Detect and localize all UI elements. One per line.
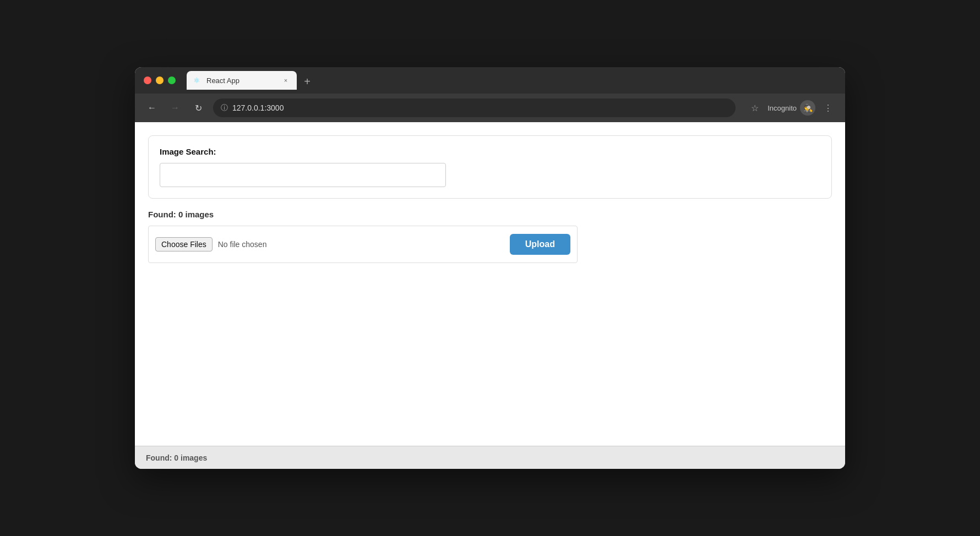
search-input[interactable] — [160, 163, 446, 187]
bookmark-button[interactable]: ☆ — [747, 100, 763, 116]
address-bar[interactable]: ⓘ 127.0.0.1:3000 — [213, 99, 736, 117]
status-text: Found: 0 images — [146, 453, 207, 462]
tab-close-button[interactable]: × — [281, 76, 290, 85]
status-bar: Found: 0 images — [135, 446, 845, 469]
upload-row: Choose Files No file chosen Upload — [148, 226, 578, 263]
browser-window: ⚛ React App × + ← → ↻ ⓘ 127.0.0.1:3000 ☆… — [135, 67, 845, 469]
incognito-icon: 🕵 — [800, 100, 815, 116]
new-tab-button[interactable]: + — [299, 73, 315, 90]
found-count-text: Found: 0 images — [148, 210, 832, 219]
menu-button[interactable]: ⋮ — [820, 100, 836, 116]
traffic-lights — [144, 76, 176, 84]
minimize-button[interactable] — [156, 76, 164, 84]
back-button[interactable]: ← — [144, 100, 160, 116]
incognito-badge: Incognito 🕵 — [767, 100, 815, 116]
reload-button[interactable]: ↻ — [190, 100, 206, 116]
incognito-label: Incognito — [767, 104, 797, 112]
tab-bar: ⚛ React App × + — [187, 71, 315, 90]
tab-favicon: ⚛ — [193, 76, 202, 85]
file-input-wrapper: Choose Files No file chosen — [155, 237, 501, 251]
search-card: Image Search: — [148, 135, 832, 199]
forward-button[interactable]: → — [167, 100, 183, 116]
no-file-label: No file chosen — [218, 240, 267, 249]
choose-files-button[interactable]: Choose Files — [155, 237, 213, 251]
upload-button[interactable]: Upload — [510, 234, 570, 255]
info-icon: ⓘ — [221, 103, 228, 113]
maximize-button[interactable] — [168, 76, 176, 84]
search-label: Image Search: — [160, 147, 820, 156]
tab-title: React App — [206, 76, 239, 85]
nav-bar: ← → ↻ ⓘ 127.0.0.1:3000 ☆ Incognito 🕵 ⋮ — [135, 94, 845, 122]
nav-actions: ☆ Incognito 🕵 ⋮ — [747, 100, 836, 116]
page-content: Image Search: Found: 0 images Choose Fil… — [135, 122, 845, 446]
close-button[interactable] — [144, 76, 151, 84]
active-tab[interactable]: ⚛ React App × — [187, 71, 297, 90]
title-bar: ⚛ React App × + — [135, 67, 845, 94]
address-text: 127.0.0.1:3000 — [232, 103, 284, 112]
